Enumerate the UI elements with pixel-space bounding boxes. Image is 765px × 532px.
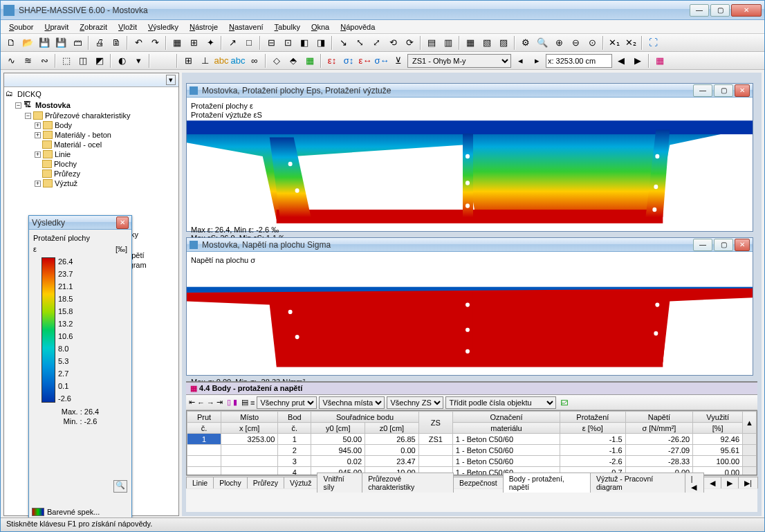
filter-prut[interactable]: Všechny prut [257,396,317,409]
t2-s-icon[interactable]: σ↔ [374,53,389,68]
tool-c-icon[interactable]: □ [241,35,257,51]
results-legend-window[interactable]: Výsledky ✕ Protažení plochy ε[‰] 26.423.… [28,215,132,518]
win-max-button[interactable]: ▢ [714,239,733,251]
tree-vyztuz[interactable]: +Výztuž [35,178,177,188]
tbl-t3-icon[interactable]: ▤ [241,398,248,407]
t2-t-icon[interactable]: ⊻ [391,53,406,68]
menu-napoveda[interactable]: Nápověda [335,21,380,33]
legend-settings-icon[interactable]: 🔍 [113,480,127,493]
saveall-icon[interactable]: 🗃 [70,35,85,51]
t2-j-icon[interactable]: abc [214,53,229,68]
tree-plochy[interactable]: Plochy [35,159,177,169]
win-min-button[interactable]: — [693,84,712,97]
sort-select[interactable]: Třídit podle čísla objektu [445,396,556,409]
expand-icon[interactable]: + [35,122,41,129]
t2-r-icon[interactable]: ε↔ [358,53,373,68]
tbl-t1-icon[interactable]: ▯ [227,398,231,407]
tab-diagram[interactable]: Výztuž - Pracovní diagram [590,473,685,493]
tab-plochy[interactable]: Plochy [213,477,248,488]
snap-icon[interactable]: ⊞ [186,35,201,51]
undo-icon[interactable]: ↶ [131,35,146,51]
tool-f-icon[interactable]: ◧ [297,35,312,51]
print-icon[interactable]: 🖨 [92,35,107,51]
tree-group-chars[interactable]: −Průřezové charakteristiky [25,111,177,120]
tbl-export-icon[interactable]: 🗠 [560,398,568,407]
open-icon[interactable]: 📂 [20,35,35,51]
axis-icon[interactable]: ⊥ [197,53,212,68]
tree-dropdown-icon[interactable]: ▾ [166,75,176,85]
filter-mista[interactable]: Všechna místa [319,396,385,409]
tool-g-icon[interactable]: ◨ [313,35,329,51]
zoom-out-icon[interactable]: ⊖ [568,35,583,51]
coord-input[interactable] [546,54,612,68]
tool-s-icon[interactable]: ✕₁ [607,35,622,51]
t2-l-icon[interactable]: ∞ [247,53,262,68]
tree-body[interactable]: +Body [35,120,177,130]
t2-e-icon[interactable]: ◫ [75,53,91,68]
tab-nav-prev-icon[interactable]: ◀ [703,477,721,488]
tbl-last-icon[interactable]: ⇥ [216,398,223,407]
tool-o-icon[interactable]: ▦ [463,35,478,51]
results-grid[interactable]: Prut Místo Bod Souřadnice bodu ZS Označe… [186,410,757,475]
close-button[interactable]: ✕ [731,4,762,17]
tool-l-icon[interactable]: ⟳ [402,35,417,51]
preview-icon[interactable]: 🗎 [109,35,124,51]
menu-vysledky[interactable]: Výsledky [142,21,184,33]
menu-nastroje[interactable]: Nástroje [184,21,223,33]
t2-p-icon[interactable]: ε↕ [324,53,340,68]
t2-o-icon[interactable]: ▦ [302,53,317,68]
tool-k-icon[interactable]: ⟲ [385,35,400,51]
tool-q-icon[interactable]: ▨ [496,35,511,51]
scroll-up-icon[interactable]: ▲ [743,412,757,434]
t2-m-icon[interactable]: ◇ [269,53,284,68]
tab-vyztuz[interactable]: Výztuž [284,477,318,488]
tab-prurezy[interactable]: Průřezy [247,477,284,488]
calc-icon[interactable]: ⚙ [518,35,533,51]
tree-mat-beton[interactable]: +Materiály - beton [35,130,177,140]
t2-h-icon[interactable]: ▾ [131,53,146,68]
expand-icon[interactable]: + [35,181,41,187]
tool-d-icon[interactable]: ⊟ [264,35,279,51]
tab-linie[interactable]: Linie [186,477,214,488]
tab-bezpecnost[interactable]: Bezpečnost [453,477,504,488]
tool-h-icon[interactable]: ↘ [335,35,351,51]
expand-icon[interactable]: + [35,132,41,138]
win-close-button[interactable]: ✕ [735,84,750,97]
t2-i-icon[interactable]: ⊞ [181,53,196,68]
t2-f-icon[interactable]: ◩ [92,53,107,68]
collapse-icon[interactable]: − [25,113,31,119]
t2-u-icon[interactable]: ▦ [652,53,667,68]
t2-q-icon[interactable]: σ↕ [341,53,356,68]
prev-lc-icon[interactable]: ◂ [513,53,528,68]
t2-d-icon[interactable]: ⬚ [59,53,74,68]
nav-right-icon[interactable]: ▶ [630,53,645,68]
save-icon[interactable]: 💾 [37,35,52,51]
tool-p-icon[interactable]: ▧ [479,35,495,51]
loadcase-select[interactable]: ZS1 - Ohyb M-y [407,54,511,68]
zoom-in-icon[interactable]: ⊕ [551,35,566,51]
menu-okna[interactable]: Okna [306,21,335,33]
menu-zobrazit[interactable]: Zobrazit [74,21,113,33]
win-min-button[interactable]: — [693,239,712,251]
t2-a-icon[interactable]: ∿ [3,53,19,68]
menu-tabulky[interactable]: Tabulky [269,21,306,33]
collapse-icon[interactable]: − [15,102,21,109]
zoom-fit-icon[interactable]: ⊙ [584,35,600,51]
stress-chart[interactable]: Napětí na plochu σ Max σ: 0.00, Min σ: -… [187,252,753,389]
t2-c-icon[interactable]: ∾ [37,53,52,68]
tbl-t4-icon[interactable]: ≡ [250,398,255,407]
table-row[interactable]: 2945.000.001 - Beton C50/60-1.6-27.0995.… [187,445,757,456]
tree-prurezy[interactable]: Průřezy [35,169,177,178]
table-row[interactable]: 13253.00150.0026.85ZS11 - Beton C50/60-1… [187,434,757,445]
nav-left-icon[interactable]: ◀ [614,53,629,68]
redo-icon[interactable]: ↷ [147,35,163,51]
tab-nav-last-icon[interactable]: ▶| [738,477,758,488]
tab-sily[interactable]: Vnitřní síly [317,473,362,493]
expand-icon[interactable]: + [35,152,41,158]
menu-nastaveni[interactable]: Nastavení [223,21,269,33]
menu-upravit[interactable]: Upravit [39,21,74,33]
t2-b-icon[interactable]: ≋ [20,53,35,68]
tab-nav-next-icon[interactable]: ▶ [721,477,739,488]
main-titlebar[interactable]: SHAPE-MASSIVE 6.00 - Mostovka — ▢ ✕ [1,1,764,20]
win-close-button[interactable]: ✕ [735,239,750,251]
